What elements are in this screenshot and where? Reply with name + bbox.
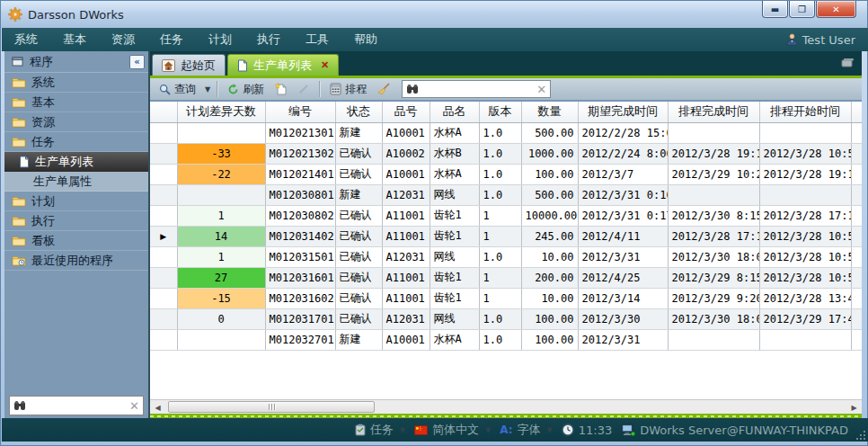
task-dropdown-icon[interactable]: ▼ <box>400 426 405 434</box>
table-row[interactable]: 0M012031701已确认A12031网线1.0100.002012/3/30… <box>150 308 862 329</box>
row-selector[interactable] <box>150 184 177 205</box>
sidebar-item[interactable]: 系统 <box>4 73 148 93</box>
panel-pin-icon[interactable] <box>840 57 855 68</box>
menu-item-7[interactable]: 工具 <box>293 28 341 51</box>
sidebar-item-label: 任务 <box>31 134 55 150</box>
column-header[interactable]: 品号 <box>382 102 430 122</box>
scrollbar-thumb[interactable] <box>168 401 375 413</box>
menu-item-1[interactable]: 系统 <box>2 28 50 51</box>
status-language-menu[interactable]: 简体中文 ▼ <box>414 422 491 438</box>
row-selector[interactable] <box>150 205 177 226</box>
sidebar-item[interactable]: 最近使用的程序 <box>4 251 148 271</box>
cell-version: 1 <box>479 267 521 288</box>
broom-icon <box>377 83 391 95</box>
status-server[interactable]: DWorks Server@FUNWAY-THINKPAD <box>621 424 848 437</box>
table-row[interactable]: 1M012031501已确认A12031网线1.010.002012/3/312… <box>150 246 862 267</box>
tab-active[interactable]: 生产单列表✕ <box>227 54 339 76</box>
column-header[interactable] <box>150 102 177 122</box>
minimize-button[interactable]: ▬ <box>762 1 788 18</box>
font-dropdown-icon[interactable]: ▼ <box>547 426 553 434</box>
status-font-menu[interactable]: A: 字体 ▼ <box>500 422 552 438</box>
tab-close-icon[interactable]: ✕ <box>321 59 329 71</box>
resize-grip[interactable] <box>856 431 865 440</box>
cell-sched-start <box>759 329 851 350</box>
menu-item-3[interactable]: 资源 <box>99 28 147 51</box>
column-header[interactable]: 编号 <box>265 102 335 122</box>
table-row[interactable]: M012032701新建A10001水杯A1.0100.002012/3/31 <box>150 329 862 350</box>
menu-items: 系统基本资源任务计划执行工具帮助 <box>2 28 390 51</box>
new-button[interactable] <box>271 81 290 97</box>
table-row[interactable]: M012030801新建A12031网线1.0500.002012/3/31 0… <box>150 184 862 205</box>
clean-button[interactable] <box>374 81 394 97</box>
table-row[interactable]: -22M012021401已确认A10001水杯A1.0100.002012/3… <box>150 164 862 184</box>
status-task-label: 任务 <box>370 422 394 438</box>
column-header[interactable]: 数量 <box>521 102 578 122</box>
table-row[interactable]: -33M012021302已确认A10002水杯B1.01000.002012/… <box>150 143 862 164</box>
query-dropdown-icon[interactable]: ▼ <box>205 85 210 94</box>
table-row[interactable]: 1M012030802已确认A11001齿轮1110000.002012/3/3… <box>150 205 862 226</box>
menu-item-6[interactable]: 执行 <box>244 28 293 51</box>
schedule-button[interactable]: 排程 <box>326 80 370 99</box>
sidebar-item[interactable]: 执行 <box>4 211 148 231</box>
column-header[interactable]: 排程开始时间 <box>759 102 851 122</box>
row-selector[interactable] <box>150 122 177 143</box>
tab-inactive[interactable]: 起始页 <box>152 54 226 76</box>
horizontal-scrollbar[interactable]: ◀ ▶ <box>150 399 862 414</box>
status-font-label: 字体 <box>518 422 541 438</box>
table-row[interactable]: -15M012031602已确认A11001齿轮1110.002012/3/14… <box>150 288 862 308</box>
language-dropdown-icon[interactable]: ▼ <box>485 426 491 434</box>
sidebar-search-clear-icon[interactable]: ✕ <box>129 400 139 412</box>
sidebar-collapse-button[interactable]: « <box>129 55 145 69</box>
table-row[interactable]: ▶14M012031402已确认A11001齿轮11245.002012/4/1… <box>150 226 862 246</box>
cell-diff: 14 <box>177 226 265 246</box>
sidebar-item[interactable]: 基本 <box>4 93 148 112</box>
row-selector[interactable] <box>150 308 177 329</box>
row-selector[interactable] <box>150 164 177 184</box>
close-button[interactable]: ✕ <box>816 1 856 18</box>
column-header[interactable]: 期望完成时间 <box>578 102 668 122</box>
column-header[interactable]: 品名 <box>430 102 479 122</box>
cell-item-name: 齿轮1 <box>430 205 479 226</box>
cell-sched-done: 2012/3/29 10:20 <box>668 164 759 184</box>
column-header[interactable]: 状态 <box>335 102 382 122</box>
menu-item-8[interactable]: 帮助 <box>341 28 390 51</box>
toolbar-search-input[interactable] <box>419 83 536 95</box>
toolbar-search-clear-icon[interactable]: ✕ <box>536 84 546 95</box>
scroll-right-icon[interactable]: ▶ <box>847 401 861 414</box>
refresh-button[interactable]: 刷新 <box>224 80 268 99</box>
folder-icon <box>12 116 26 128</box>
row-selector[interactable] <box>150 288 177 308</box>
menu-item-5[interactable]: 计划 <box>196 28 244 51</box>
user-indicator[interactable]: Test User <box>786 28 855 51</box>
sidebar-item[interactable]: 生产单属性 <box>4 172 148 192</box>
sidebar-item[interactable]: 看板 <box>4 231 148 251</box>
menu-item-4[interactable]: 任务 <box>147 28 196 51</box>
query-button[interactable]: 查询 <box>155 80 199 99</box>
main-area: 起始页生产单列表✕ 查询 ▼ <box>150 51 862 420</box>
user-name: Test User <box>802 33 855 47</box>
cell-expect: 2012/3/14 <box>578 288 668 308</box>
row-selector[interactable] <box>150 267 177 288</box>
maximize-button[interactable]: ❐ <box>789 1 815 18</box>
column-header[interactable]: 计划差异天数 <box>177 102 265 122</box>
menu-item-2[interactable]: 基本 <box>50 28 99 51</box>
column-header[interactable]: 排程完成时间 <box>668 102 759 122</box>
row-selector[interactable] <box>150 246 177 267</box>
cell-sched-start: 2012/3/28 10:52 <box>759 267 851 288</box>
table-row[interactable]: 27M012031601已确认A11001齿轮11200.002012/4/25… <box>150 267 862 288</box>
column-header[interactable]: 前 <box>851 102 862 122</box>
row-selector[interactable] <box>150 143 177 164</box>
edit-button[interactable] <box>294 82 313 97</box>
sidebar-item[interactable]: 任务 <box>4 132 148 152</box>
sidebar-item[interactable]: 生产单列表 <box>4 152 148 172</box>
sidebar-item[interactable]: 计划 <box>4 192 148 211</box>
status-task-menu[interactable]: 任务 ▼ <box>355 422 405 438</box>
row-selector[interactable]: ▶ <box>150 226 177 246</box>
scroll-left-icon[interactable]: ◀ <box>151 401 164 414</box>
table-row[interactable]: M012021301新建A10001水杯A1.0500.002012/2/28 … <box>150 122 862 143</box>
row-selector[interactable] <box>150 329 177 350</box>
cell-extra <box>851 246 862 267</box>
column-header[interactable]: 版本 <box>479 102 521 122</box>
sidebar-item[interactable]: 资源 <box>4 112 148 132</box>
sidebar-search-input[interactable] <box>26 399 129 412</box>
